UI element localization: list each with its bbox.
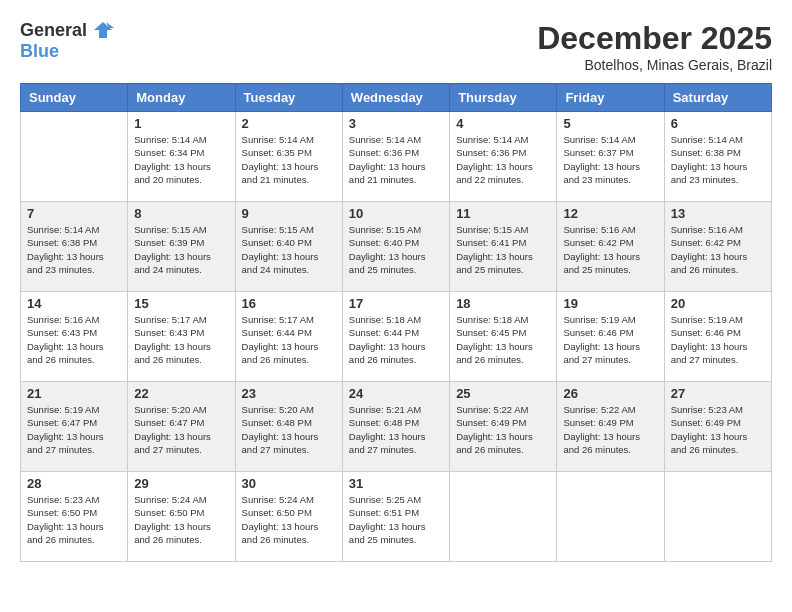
day-info: Sunrise: 5:18 AM Sunset: 6:45 PM Dayligh… — [456, 313, 550, 366]
logo-blue: Blue — [20, 42, 114, 62]
day-number: 18 — [456, 296, 550, 311]
day-info: Sunrise: 5:22 AM Sunset: 6:49 PM Dayligh… — [563, 403, 657, 456]
calendar-cell: 16Sunrise: 5:17 AM Sunset: 6:44 PM Dayli… — [235, 292, 342, 382]
day-number: 1 — [134, 116, 228, 131]
day-number: 26 — [563, 386, 657, 401]
calendar-cell — [557, 472, 664, 562]
calendar-cell: 13Sunrise: 5:16 AM Sunset: 6:42 PM Dayli… — [664, 202, 771, 292]
day-info: Sunrise: 5:16 AM Sunset: 6:43 PM Dayligh… — [27, 313, 121, 366]
calendar-cell — [21, 112, 128, 202]
calendar-cell: 9Sunrise: 5:15 AM Sunset: 6:40 PM Daylig… — [235, 202, 342, 292]
calendar-cell: 27Sunrise: 5:23 AM Sunset: 6:49 PM Dayli… — [664, 382, 771, 472]
calendar-cell: 19Sunrise: 5:19 AM Sunset: 6:46 PM Dayli… — [557, 292, 664, 382]
col-header-sunday: Sunday — [21, 84, 128, 112]
calendar-week-row: 14Sunrise: 5:16 AM Sunset: 6:43 PM Dayli… — [21, 292, 772, 382]
calendar-cell: 31Sunrise: 5:25 AM Sunset: 6:51 PM Dayli… — [342, 472, 449, 562]
calendar-cell: 14Sunrise: 5:16 AM Sunset: 6:43 PM Dayli… — [21, 292, 128, 382]
calendar-cell — [664, 472, 771, 562]
calendar-cell: 29Sunrise: 5:24 AM Sunset: 6:50 PM Dayli… — [128, 472, 235, 562]
day-number: 12 — [563, 206, 657, 221]
day-info: Sunrise: 5:14 AM Sunset: 6:36 PM Dayligh… — [349, 133, 443, 186]
calendar-week-row: 21Sunrise: 5:19 AM Sunset: 6:47 PM Dayli… — [21, 382, 772, 472]
calendar-cell: 25Sunrise: 5:22 AM Sunset: 6:49 PM Dayli… — [450, 382, 557, 472]
day-number: 7 — [27, 206, 121, 221]
calendar-cell: 20Sunrise: 5:19 AM Sunset: 6:46 PM Dayli… — [664, 292, 771, 382]
calendar-cell: 24Sunrise: 5:21 AM Sunset: 6:48 PM Dayli… — [342, 382, 449, 472]
calendar-cell: 3Sunrise: 5:14 AM Sunset: 6:36 PM Daylig… — [342, 112, 449, 202]
day-info: Sunrise: 5:25 AM Sunset: 6:51 PM Dayligh… — [349, 493, 443, 546]
day-info: Sunrise: 5:14 AM Sunset: 6:37 PM Dayligh… — [563, 133, 657, 186]
day-number: 29 — [134, 476, 228, 491]
logo-general: General — [20, 20, 114, 42]
day-info: Sunrise: 5:15 AM Sunset: 6:40 PM Dayligh… — [242, 223, 336, 276]
day-number: 8 — [134, 206, 228, 221]
day-number: 16 — [242, 296, 336, 311]
calendar-cell: 26Sunrise: 5:22 AM Sunset: 6:49 PM Dayli… — [557, 382, 664, 472]
day-number: 10 — [349, 206, 443, 221]
day-number: 23 — [242, 386, 336, 401]
day-info: Sunrise: 5:16 AM Sunset: 6:42 PM Dayligh… — [671, 223, 765, 276]
svg-marker-0 — [94, 22, 112, 38]
day-number: 22 — [134, 386, 228, 401]
calendar-week-row: 1Sunrise: 5:14 AM Sunset: 6:34 PM Daylig… — [21, 112, 772, 202]
day-info: Sunrise: 5:24 AM Sunset: 6:50 PM Dayligh… — [242, 493, 336, 546]
calendar-week-row: 7Sunrise: 5:14 AM Sunset: 6:38 PM Daylig… — [21, 202, 772, 292]
day-info: Sunrise: 5:20 AM Sunset: 6:48 PM Dayligh… — [242, 403, 336, 456]
calendar-cell: 10Sunrise: 5:15 AM Sunset: 6:40 PM Dayli… — [342, 202, 449, 292]
day-number: 4 — [456, 116, 550, 131]
calendar-cell: 30Sunrise: 5:24 AM Sunset: 6:50 PM Dayli… — [235, 472, 342, 562]
day-info: Sunrise: 5:20 AM Sunset: 6:47 PM Dayligh… — [134, 403, 228, 456]
calendar-cell: 4Sunrise: 5:14 AM Sunset: 6:36 PM Daylig… — [450, 112, 557, 202]
day-info: Sunrise: 5:19 AM Sunset: 6:46 PM Dayligh… — [671, 313, 765, 366]
calendar-cell — [450, 472, 557, 562]
day-info: Sunrise: 5:15 AM Sunset: 6:41 PM Dayligh… — [456, 223, 550, 276]
calendar-table: SundayMondayTuesdayWednesdayThursdayFrid… — [20, 83, 772, 562]
calendar-cell: 15Sunrise: 5:17 AM Sunset: 6:43 PM Dayli… — [128, 292, 235, 382]
calendar-cell: 22Sunrise: 5:20 AM Sunset: 6:47 PM Dayli… — [128, 382, 235, 472]
day-info: Sunrise: 5:17 AM Sunset: 6:43 PM Dayligh… — [134, 313, 228, 366]
calendar-cell: 28Sunrise: 5:23 AM Sunset: 6:50 PM Dayli… — [21, 472, 128, 562]
col-header-friday: Friday — [557, 84, 664, 112]
day-number: 19 — [563, 296, 657, 311]
col-header-monday: Monday — [128, 84, 235, 112]
calendar-cell: 6Sunrise: 5:14 AM Sunset: 6:38 PM Daylig… — [664, 112, 771, 202]
calendar-week-row: 28Sunrise: 5:23 AM Sunset: 6:50 PM Dayli… — [21, 472, 772, 562]
calendar-cell: 23Sunrise: 5:20 AM Sunset: 6:48 PM Dayli… — [235, 382, 342, 472]
day-info: Sunrise: 5:19 AM Sunset: 6:47 PM Dayligh… — [27, 403, 121, 456]
day-info: Sunrise: 5:14 AM Sunset: 6:35 PM Dayligh… — [242, 133, 336, 186]
day-info: Sunrise: 5:15 AM Sunset: 6:39 PM Dayligh… — [134, 223, 228, 276]
calendar-cell: 5Sunrise: 5:14 AM Sunset: 6:37 PM Daylig… — [557, 112, 664, 202]
day-number: 25 — [456, 386, 550, 401]
calendar-cell: 8Sunrise: 5:15 AM Sunset: 6:39 PM Daylig… — [128, 202, 235, 292]
day-info: Sunrise: 5:23 AM Sunset: 6:50 PM Dayligh… — [27, 493, 121, 546]
day-number: 20 — [671, 296, 765, 311]
day-number: 21 — [27, 386, 121, 401]
calendar-cell: 7Sunrise: 5:14 AM Sunset: 6:38 PM Daylig… — [21, 202, 128, 292]
day-info: Sunrise: 5:23 AM Sunset: 6:49 PM Dayligh… — [671, 403, 765, 456]
day-info: Sunrise: 5:18 AM Sunset: 6:44 PM Dayligh… — [349, 313, 443, 366]
col-header-thursday: Thursday — [450, 84, 557, 112]
day-number: 15 — [134, 296, 228, 311]
day-number: 31 — [349, 476, 443, 491]
day-number: 5 — [563, 116, 657, 131]
day-number: 24 — [349, 386, 443, 401]
day-info: Sunrise: 5:15 AM Sunset: 6:40 PM Dayligh… — [349, 223, 443, 276]
day-number: 6 — [671, 116, 765, 131]
day-info: Sunrise: 5:17 AM Sunset: 6:44 PM Dayligh… — [242, 313, 336, 366]
calendar-cell: 1Sunrise: 5:14 AM Sunset: 6:34 PM Daylig… — [128, 112, 235, 202]
day-info: Sunrise: 5:14 AM Sunset: 6:36 PM Dayligh… — [456, 133, 550, 186]
day-info: Sunrise: 5:16 AM Sunset: 6:42 PM Dayligh… — [563, 223, 657, 276]
day-number: 3 — [349, 116, 443, 131]
calendar-cell: 12Sunrise: 5:16 AM Sunset: 6:42 PM Dayli… — [557, 202, 664, 292]
day-number: 27 — [671, 386, 765, 401]
day-info: Sunrise: 5:19 AM Sunset: 6:46 PM Dayligh… — [563, 313, 657, 366]
day-number: 13 — [671, 206, 765, 221]
month-year: December 2025 — [537, 20, 772, 57]
day-number: 2 — [242, 116, 336, 131]
day-info: Sunrise: 5:14 AM Sunset: 6:34 PM Dayligh… — [134, 133, 228, 186]
calendar-cell: 2Sunrise: 5:14 AM Sunset: 6:35 PM Daylig… — [235, 112, 342, 202]
logo: General Blue — [20, 20, 114, 62]
calendar-cell: 21Sunrise: 5:19 AM Sunset: 6:47 PM Dayli… — [21, 382, 128, 472]
location: Botelhos, Minas Gerais, Brazil — [537, 57, 772, 73]
day-info: Sunrise: 5:14 AM Sunset: 6:38 PM Dayligh… — [27, 223, 121, 276]
